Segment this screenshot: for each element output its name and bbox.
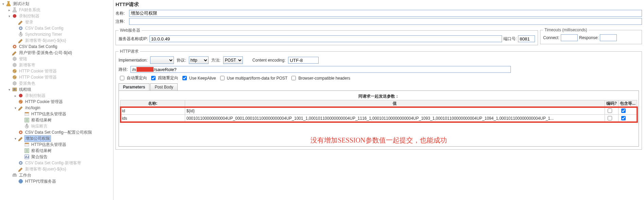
tree-item[interactable]: ▾/nc/login bbox=[1, 105, 113, 111]
tree-item-label: Synchronizing Timer bbox=[24, 32, 63, 37]
param-name-cell[interactable]: id bbox=[121, 107, 185, 115]
col-encode-header: 编码? bbox=[605, 100, 618, 107]
report-icon bbox=[24, 154, 30, 160]
flask-icon bbox=[6, 1, 11, 6]
tree-item[interactable]: CSV Data Set Config bbox=[1, 44, 113, 50]
tree-item[interactable]: 响应断言 bbox=[1, 123, 113, 129]
tree-item[interactable]: HTTP代理服务器 bbox=[1, 178, 113, 184]
tree-item-label: 登陆 bbox=[18, 56, 28, 62]
tree-item[interactable]: ▾录制控制器 bbox=[1, 13, 113, 19]
name-input[interactable] bbox=[129, 10, 642, 17]
tree-item-label: 响应断言 bbox=[31, 123, 48, 129]
tree-item[interactable]: CSV Data Set Config bbox=[1, 25, 113, 31]
param-encode-cell[interactable] bbox=[605, 115, 618, 122]
protocol-select[interactable]: http bbox=[189, 56, 209, 64]
follow-redirect-checkbox[interactable]: 跟随重定向 bbox=[150, 75, 178, 81]
cube-icon bbox=[12, 81, 17, 86]
tree-item[interactable]: HTTP Cookie 管理器 bbox=[1, 99, 113, 105]
tree-item[interactable]: 聚合报告 bbox=[1, 154, 113, 160]
pencil-icon bbox=[18, 166, 23, 172]
tree-item[interactable]: 登陆 bbox=[1, 56, 113, 62]
tree-item-label: 新增客寄 bbox=[18, 62, 36, 68]
tree-item[interactable]: HTTP Cookie 管理器 bbox=[1, 68, 113, 74]
tree-item[interactable]: HTTP信息头管理器 bbox=[1, 141, 113, 148]
implementation-label: Implementation: bbox=[119, 58, 147, 63]
tab-post-body[interactable]: Post Body bbox=[150, 83, 178, 90]
cube-icon bbox=[12, 56, 17, 62]
annotation-text: 没有增加SESSION参数值一起提交，也能成功 bbox=[120, 136, 637, 145]
tree-item[interactable]: 新增客寄-${user}-${ks} bbox=[1, 37, 113, 44]
tree-item[interactable]: ▸FA财务系统 bbox=[1, 7, 113, 13]
tree-item[interactable]: 察看结果树 bbox=[1, 148, 113, 154]
method-select[interactable]: POST bbox=[223, 56, 243, 64]
cookie-icon bbox=[12, 74, 17, 80]
auto-redirect-checkbox[interactable]: 自动重定向 bbox=[119, 75, 147, 81]
param-encode-cell[interactable] bbox=[605, 107, 618, 115]
param-value-cell[interactable]: ${id} bbox=[185, 107, 605, 115]
tree-item[interactable]: 察看结果树 bbox=[1, 117, 113, 123]
encoding-input[interactable] bbox=[288, 57, 319, 64]
table-row[interactable]: id${id} bbox=[121, 107, 637, 115]
tree-item-label: CSV Data Set Config-新增客寄 bbox=[24, 160, 82, 166]
table-row[interactable]: ids000101100000000004UP_0001,00010110000… bbox=[121, 115, 637, 122]
tree-item[interactable]: 登录 bbox=[1, 19, 113, 25]
timeouts-legend: Timeouts (milliseconds) bbox=[543, 28, 589, 32]
tree-item[interactable]: 工作台 bbox=[1, 172, 113, 178]
tree-item-label: CSV Data Set Config---配置公司权限 bbox=[24, 130, 93, 135]
params-caption: 同请求一起发送参数： bbox=[120, 94, 637, 99]
port-input[interactable] bbox=[518, 35, 535, 42]
tree-item-label: 增加公司权限 bbox=[24, 135, 51, 142]
response-input[interactable] bbox=[600, 34, 617, 41]
header-icon bbox=[24, 111, 30, 117]
comment-input[interactable] bbox=[129, 18, 642, 25]
pencil-icon bbox=[18, 38, 23, 43]
tree-item[interactable]: CSV Data Set Config---配置公司权限 bbox=[1, 129, 113, 135]
tree-item[interactable]: ▾线程组 bbox=[1, 86, 113, 93]
test-plan-tree[interactable]: ▾测试计划▸FA财务系统▾录制控制器登录CSV Data Set ConfigS… bbox=[0, 0, 113, 200]
tree-item-label: 登录 bbox=[24, 19, 34, 25]
tree-item-label: 用户管理-委派角色-公司-${id} bbox=[18, 50, 73, 56]
tree-item[interactable]: 委派角色 bbox=[1, 80, 113, 86]
tree-toggle-icon[interactable]: ▾ bbox=[1, 2, 5, 6]
tree-item[interactable]: Synchronizing Timer bbox=[1, 31, 113, 37]
pencil-icon bbox=[18, 19, 23, 25]
tree-item[interactable]: ▾增加公司权限 bbox=[1, 135, 113, 141]
tree-item[interactable]: HTTP信息头管理器 bbox=[1, 111, 113, 117]
param-include-cell[interactable] bbox=[618, 107, 637, 115]
tree-item[interactable]: ▾测试计划 bbox=[1, 1, 113, 7]
col-name-header: 名称: bbox=[121, 100, 185, 107]
tree-item-label: 新增客寄-${user}-${ks} bbox=[24, 166, 67, 172]
implementation-select[interactable] bbox=[150, 56, 174, 64]
gear-icon bbox=[18, 26, 23, 31]
timeouts-fieldset: Timeouts (milliseconds) Connect: Respons… bbox=[540, 28, 642, 44]
params-table[interactable]: 名称: 值 编码? 包含等... id${id}ids0001011000000… bbox=[120, 100, 637, 122]
path-input[interactable] bbox=[130, 66, 511, 73]
protocol-label: 协议: bbox=[177, 57, 186, 63]
param-name-cell[interactable]: ids bbox=[121, 115, 185, 122]
web-server-fieldset: Web服务器 服务器名称或IP: 端口号: bbox=[115, 28, 538, 45]
param-include-cell[interactable] bbox=[618, 115, 637, 122]
tree-item[interactable]: CSV Data Set Config-新增客寄 bbox=[1, 160, 113, 166]
server-ip-input[interactable] bbox=[149, 35, 502, 42]
tree-toggle-icon[interactable]: ▸ bbox=[14, 94, 17, 98]
tree-item[interactable]: ▸录制控制器 bbox=[1, 93, 113, 99]
tree-item[interactable]: 用户管理-委派角色-公司-${id} bbox=[1, 50, 113, 56]
tree-toggle-icon[interactable]: ▾ bbox=[14, 137, 17, 140]
keepalive-checkbox[interactable]: Use KeepAlive bbox=[181, 75, 216, 81]
tree-toggle-icon[interactable]: ▾ bbox=[7, 14, 11, 18]
tree-item-label: 察看结果树 bbox=[31, 117, 52, 123]
connect-input[interactable] bbox=[561, 34, 578, 41]
tree-toggle-icon[interactable]: ▸ bbox=[7, 8, 11, 12]
tree-item[interactable]: 新增客寄 bbox=[1, 62, 113, 68]
tree-toggle-icon[interactable]: ▾ bbox=[7, 88, 11, 91]
gear-red-icon bbox=[18, 130, 23, 135]
tab-parameters[interactable]: Parameters bbox=[119, 83, 149, 90]
tree-item-label: 新增客寄-${user}-${ks} bbox=[24, 38, 67, 44]
tree-item[interactable]: 新增客寄-${user}-${ks} bbox=[1, 166, 113, 172]
multipart-checkbox[interactable]: Use multipart/form-data for POST bbox=[219, 75, 288, 81]
timer-icon bbox=[24, 123, 30, 129]
param-value-cell[interactable]: 000101100000000004UP_0001,00010110000000… bbox=[185, 115, 605, 122]
browser-compat-checkbox[interactable]: Browser-compatible headers bbox=[290, 75, 350, 81]
tree-toggle-icon[interactable]: ▾ bbox=[14, 106, 17, 110]
tree-item[interactable]: HTTP Cookie 管理器 bbox=[1, 74, 113, 80]
